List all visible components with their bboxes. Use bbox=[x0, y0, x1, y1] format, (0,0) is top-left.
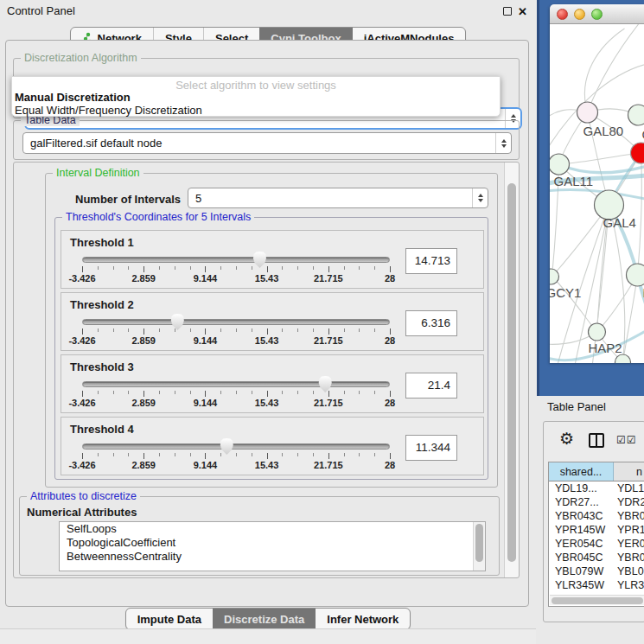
cell[interactable]: YPR1 bbox=[614, 523, 644, 537]
threshold-4-slider[interactable]: -3.4262.8599.14415.4321.71528 bbox=[82, 442, 390, 473]
cell[interactable]: YBR0 bbox=[614, 551, 644, 564]
cell[interactable]: YDR2 bbox=[614, 495, 644, 509]
node-gal11[interactable] bbox=[550, 154, 570, 175]
tick-mark bbox=[98, 328, 99, 332]
attributes-list[interactable]: SelfLoops TopologicalCoefficient Between… bbox=[59, 521, 486, 571]
node-right-mid[interactable] bbox=[627, 264, 644, 286]
table-row[interactable]: YLR345WYLR3 bbox=[549, 578, 644, 592]
node-top-right[interactable] bbox=[628, 105, 644, 125]
num-intervals-combobox[interactable]: 5 bbox=[188, 188, 488, 208]
node-hap2[interactable] bbox=[589, 323, 606, 341]
dropdown-option-manual[interactable]: Manual Discretization bbox=[12, 91, 500, 104]
tick-mark bbox=[175, 328, 175, 332]
slider-track[interactable] bbox=[82, 257, 390, 263]
cell[interactable]: YER0 bbox=[614, 537, 644, 551]
table-data-group: Table Data galFiltered.sif default node bbox=[13, 120, 520, 160]
threshold-value-field[interactable]: 14.713 bbox=[405, 248, 457, 274]
minimize-traffic-light-icon[interactable] bbox=[574, 9, 585, 20]
tick-mark bbox=[282, 266, 283, 270]
dropdown-option-equal-width[interactable]: Equal Width/Frequency Discretization bbox=[12, 104, 500, 117]
tick-mark bbox=[190, 453, 191, 456]
table-row[interactable]: YBL079WYBL0 bbox=[549, 564, 644, 578]
cell[interactable]: YDR27... bbox=[549, 495, 614, 509]
list-item[interactable]: SelfLoops bbox=[60, 522, 485, 536]
threshold-3-slider[interactable]: -3.4262.8599.14415.4321.71528 bbox=[82, 379, 390, 411]
tick-mark bbox=[328, 266, 329, 272]
scrollbar-thumb[interactable] bbox=[507, 183, 516, 562]
tick-mark bbox=[143, 266, 144, 272]
cell[interactable]: YDL19... bbox=[549, 481, 614, 495]
column-layout-icon[interactable] bbox=[589, 433, 604, 448]
table-row[interactable]: YER054CYER0 bbox=[549, 537, 644, 551]
horizontal-scrollbar[interactable] bbox=[550, 595, 644, 605]
tab-infer-network[interactable]: Infer Network bbox=[316, 609, 410, 629]
node-table: shared... n YDL19...YDL1 YDR27...YDR2 YB… bbox=[548, 462, 644, 607]
threshold-value-field[interactable]: 21.4 bbox=[405, 373, 457, 399]
close-traffic-light-icon[interactable] bbox=[557, 9, 568, 20]
table-row[interactable]: YBR043CYBR0 bbox=[549, 509, 644, 523]
table-data-combobox[interactable]: galFiltered.sif default node bbox=[22, 132, 512, 154]
table-row[interactable]: YDR27...YDR2 bbox=[549, 495, 644, 509]
close-icon[interactable]: ✕ bbox=[518, 5, 527, 18]
float-window-icon[interactable] bbox=[503, 7, 512, 16]
table-row[interactable]: YPR145WYPR1 bbox=[549, 523, 644, 537]
node-bottom[interactable] bbox=[615, 354, 631, 363]
numerical-attributes-label: Numerical Attributes bbox=[27, 506, 137, 519]
tick-mark bbox=[143, 453, 144, 459]
table-row[interactable]: YBR045CYBR0 bbox=[549, 551, 644, 564]
checkbox-icons[interactable]: ☑☑ bbox=[616, 434, 637, 446]
node-gal80[interactable] bbox=[577, 102, 598, 123]
list-item[interactable]: TopologicalCoefficient bbox=[60, 536, 485, 550]
cell[interactable]: YPR145W bbox=[549, 523, 614, 537]
network-window-titlebar[interactable] bbox=[550, 4, 644, 24]
vertical-scrollbar[interactable] bbox=[504, 163, 519, 577]
cell[interactable]: YER054C bbox=[549, 537, 614, 551]
gear-icon[interactable]: ⚙ bbox=[559, 429, 574, 449]
tab-impute-data[interactable]: Impute Data bbox=[126, 609, 213, 629]
scrollbar-thumb[interactable] bbox=[475, 524, 483, 562]
cell[interactable]: YBR0 bbox=[614, 509, 644, 523]
cell[interactable]: YLR3 bbox=[614, 578, 644, 592]
threshold-3-panel: Threshold 3 -3.4262.8599.14415.4321.7152… bbox=[61, 354, 484, 413]
tick-mark bbox=[252, 328, 252, 332]
slider-track[interactable] bbox=[82, 381, 390, 387]
scrollbar-thumb[interactable] bbox=[552, 597, 643, 604]
slider-track[interactable] bbox=[82, 319, 390, 325]
tick-mark bbox=[252, 391, 252, 394]
cell[interactable]: YLR345W bbox=[549, 578, 614, 592]
stepper-icon[interactable] bbox=[495, 133, 511, 153]
list-item[interactable]: BetweennessCentrality bbox=[60, 550, 485, 564]
list-scrollbar[interactable] bbox=[473, 522, 485, 571]
tick-mark bbox=[252, 266, 252, 270]
tab-label: Impute Data bbox=[137, 613, 201, 626]
settings-scroll-panel: Interval Definition Number of Intervals … bbox=[13, 162, 520, 578]
threshold-value-field[interactable]: 11.344 bbox=[405, 435, 457, 461]
slider-track[interactable] bbox=[82, 443, 390, 450]
column-header-name[interactable]: n bbox=[614, 462, 644, 481]
tick-label: 9.144 bbox=[194, 460, 218, 470]
tick-label: 2.859 bbox=[131, 335, 156, 346]
zoom-traffic-light-icon[interactable] bbox=[591, 9, 603, 20]
cell[interactable]: YBL0 bbox=[614, 564, 644, 578]
table-header-row: shared... n bbox=[549, 462, 644, 481]
tab-discretize-data[interactable]: Discretize Data bbox=[213, 609, 316, 629]
tick-label: 21.715 bbox=[314, 460, 343, 470]
column-header-shared-name[interactable]: shared... bbox=[549, 462, 614, 481]
network-window[interactable]: GAL80 GA C GAL11 GAL4 GCY1 H HAP2 bbox=[550, 4, 644, 363]
node-label-gal80: GAL80 bbox=[583, 124, 624, 138]
network-canvas[interactable]: GAL80 GA C GAL11 GAL4 GCY1 H HAP2 bbox=[550, 24, 644, 363]
threshold-1-slider[interactable]: -3.4262.8599.14415.4321.71528 bbox=[82, 255, 390, 286]
node-red-selected[interactable] bbox=[631, 143, 644, 163]
cell[interactable]: YBL079W bbox=[549, 564, 614, 578]
tick-mark bbox=[82, 453, 83, 459]
stepper-icon[interactable] bbox=[472, 188, 488, 207]
threshold-value-field[interactable]: 6.316 bbox=[405, 310, 457, 336]
cell[interactable]: YDL1 bbox=[614, 481, 644, 495]
threshold-2-slider[interactable]: -3.4262.8599.14415.4321.71528 bbox=[82, 317, 390, 348]
threshold-2-panel: Threshold 2 -3.4262.8599.14415.4321.7152… bbox=[61, 292, 484, 351]
cell[interactable]: YBR043C bbox=[549, 509, 614, 523]
interval-definition-group: Interval Definition Number of Intervals … bbox=[45, 173, 498, 488]
tick-mark bbox=[159, 453, 160, 456]
table-row[interactable]: YDL19...YDL1 bbox=[549, 481, 644, 495]
cell[interactable]: YBR045C bbox=[549, 551, 614, 564]
